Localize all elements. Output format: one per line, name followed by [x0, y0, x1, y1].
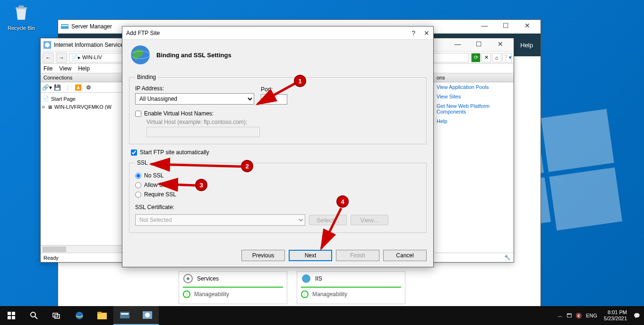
lang-indicator[interactable]: ENG — [586, 313, 597, 318]
search-button[interactable] — [23, 306, 45, 325]
svg-rect-25 — [121, 313, 129, 315]
action-help[interactable]: Help — [434, 116, 514, 126]
sm-close-button[interactable]: ✕ — [516, 22, 538, 31]
home-icon[interactable]: ⌂ — [492, 53, 501, 62]
connections-toolbar: 🔗▾ 💾 | 🔼 ⚙ — [41, 82, 123, 93]
ssl-fieldset: SSL No SSL Allow SSL Require SSL SSL Cer… — [129, 159, 427, 233]
sound-icon[interactable]: 🔇 — [575, 313, 582, 319]
up-arrow-icon: ↑ — [301, 290, 309, 298]
next-button[interactable]: Next — [289, 250, 332, 261]
clock[interactable]: 8:01 PM 5/23/2021 — [601, 309, 630, 322]
sm-minimize-button[interactable]: — — [474, 22, 495, 31]
explorer-taskbar-icon[interactable] — [91, 306, 113, 325]
ip-address-select[interactable]: All Unassigned — [135, 93, 254, 105]
settings-icon[interactable]: ⚙ — [84, 83, 93, 92]
svg-point-6 — [45, 43, 50, 47]
back-button[interactable]: ← — [43, 53, 54, 63]
action-center-icon[interactable]: 💬 — [634, 313, 640, 319]
actions-panel: ons View Application Pools View Sites Ge… — [433, 73, 514, 253]
svg-rect-15 — [8, 316, 11, 319]
refresh-icon[interactable]: ⟳ — [471, 53, 481, 62]
up-icon[interactable]: 🔼 — [74, 83, 82, 92]
tile-services-manage: Manageability — [194, 291, 229, 298]
sm-maximize-button[interactable]: ☐ — [495, 22, 516, 31]
file-menu[interactable]: File — [43, 65, 52, 72]
callout-3: 3 — [195, 179, 207, 191]
svg-rect-1 — [61, 25, 68, 26]
sm-help-menu[interactable]: Help — [520, 42, 533, 49]
auto-start-checkbox[interactable] — [131, 149, 137, 156]
view-menu[interactable]: View — [59, 65, 71, 72]
iis-close-button[interactable]: ✕ — [489, 40, 511, 50]
vhost-input — [146, 127, 260, 137]
globe-icon — [130, 44, 151, 65]
ie-taskbar-icon[interactable] — [68, 306, 91, 325]
svg-line-18 — [35, 316, 37, 319]
action-sites[interactable]: View Sites — [434, 92, 514, 101]
connections-panel: Connections 🔗▾ 💾 | 🔼 ⚙ 📄Start Page ▹🖥WIN… — [41, 73, 123, 253]
task-view-button[interactable] — [45, 306, 68, 325]
ssl-view-button: View... — [351, 215, 388, 225]
cancel-button[interactable]: Cancel — [383, 250, 427, 261]
svg-point-17 — [31, 312, 35, 317]
allow-ssl-radio[interactable] — [135, 182, 141, 188]
ssl-cert-select: Not Selected — [135, 214, 305, 226]
callout-2: 2 — [241, 160, 253, 172]
iis-title: Internet Information Services — [54, 42, 126, 48]
callout-4: 4 — [336, 195, 349, 208]
iis-taskbar-icon[interactable] — [136, 306, 159, 325]
dialog-buttons: Previous Next Finish Cancel — [241, 250, 427, 261]
save-icon[interactable]: 💾 — [53, 83, 61, 92]
iis-icon — [301, 273, 311, 284]
stop-icon[interactable]: ✕ — [481, 53, 491, 62]
tree-hscroll[interactable] — [41, 245, 123, 253]
ssl-legend: SSL — [135, 159, 150, 166]
svg-rect-0 — [61, 24, 69, 29]
forward-button[interactable]: → — [56, 53, 67, 63]
help-menu[interactable]: Help — [78, 65, 90, 72]
no-ssl-radio[interactable] — [135, 173, 141, 179]
server-manager-taskbar-icon[interactable] — [113, 306, 136, 325]
ftp-close-button[interactable]: ✕ — [424, 29, 429, 37]
recycle-bin-icon — [11, 2, 31, 22]
svg-rect-16 — [12, 316, 15, 319]
enable-vhost-checkbox[interactable] — [135, 111, 141, 117]
iis-minimize-button[interactable]: — — [447, 40, 468, 50]
help-dropdown[interactable]: ❔▾ — [502, 53, 512, 62]
ftp-help-button[interactable]: ? — [412, 29, 415, 37]
start-button[interactable] — [0, 306, 23, 325]
tile-iis[interactable]: IIS ↑Manageability — [297, 271, 405, 304]
svg-rect-19 — [53, 313, 58, 317]
ftp-heading: Binding and SSL Settings — [156, 52, 232, 59]
svg-rect-20 — [55, 315, 60, 318]
ftp-titlebar[interactable]: Add FTP Site ? ✕ — [122, 26, 433, 40]
tray-chevron-icon[interactable]: ︿ — [558, 312, 563, 319]
clock-time: 8:01 PM — [604, 309, 627, 316]
iis-app-icon — [43, 41, 51, 49]
recycle-bin[interactable]: Recycle Bin — [5, 2, 38, 31]
start-page-node[interactable]: 📄Start Page — [43, 95, 121, 103]
ip-address-label: IP Address: — [135, 85, 254, 92]
port-input[interactable] — [261, 94, 287, 105]
no-ssl-label: No SSL — [144, 172, 163, 179]
svg-rect-13 — [8, 312, 11, 315]
add-ftp-site-dialog: Add FTP Site ? ✕ Binding and SSL Setting… — [122, 26, 434, 267]
enable-vhost-label: Enable Virtual Host Names: — [144, 110, 214, 117]
status-config-icon: 🔧 — [504, 255, 511, 261]
recycle-bin-label: Recycle Bin — [5, 25, 38, 31]
action-app-pools[interactable]: View Application Pools — [434, 82, 514, 92]
tile-services[interactable]: Services ↑Manageability — [179, 271, 287, 304]
network-icon[interactable]: 🗔 — [567, 313, 572, 318]
system-tray: ︿ 🗔 🔇 ENG 8:01 PM 5/23/2021 💬 — [558, 309, 644, 322]
require-ssl-label: Require SSL — [144, 191, 176, 198]
server-node[interactable]: ▹🖥WIN-LIVFRVQFMKO (W — [43, 103, 121, 111]
connect-icon[interactable]: 🔗▾ — [43, 83, 51, 92]
iis-maximize-button[interactable]: ☐ — [468, 40, 489, 50]
svg-rect-23 — [97, 312, 102, 314]
require-ssl-radio[interactable] — [135, 192, 141, 198]
ftp-header: Binding and SSL Settings — [122, 40, 433, 74]
services-icon — [183, 273, 193, 284]
previous-button[interactable]: Previous — [241, 250, 285, 261]
ssl-select-button: Select... — [309, 215, 347, 225]
action-new-platform[interactable]: Get New Web Platform Components — [434, 101, 514, 116]
